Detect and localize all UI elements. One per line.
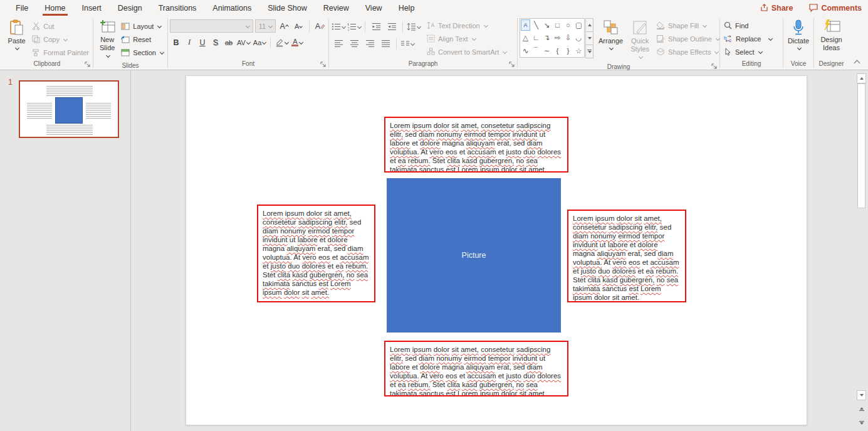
shape-gallery-item[interactable]: □	[552, 19, 563, 31]
shape-gallery-item[interactable]: ○	[563, 19, 573, 31]
chevron-down-icon	[246, 40, 251, 45]
font-dialog-launcher-icon[interactable]	[320, 61, 327, 68]
scroll-down-button[interactable]	[857, 390, 866, 400]
quick-styles-button[interactable]: Quick Styles	[628, 18, 652, 63]
justify-button[interactable]	[378, 37, 393, 50]
slide-thumbnail[interactable]	[19, 80, 119, 138]
copy-button[interactable]: Copy	[30, 33, 91, 46]
collapse-ribbon-button[interactable]	[854, 56, 859, 67]
increase-indent-button[interactable]	[384, 20, 399, 33]
italic-button[interactable]: I	[183, 36, 196, 49]
clipboard-dialog-launcher-icon[interactable]	[85, 61, 91, 68]
search-icon	[724, 21, 732, 29]
tab-review[interactable]: Review	[315, 0, 357, 16]
text-direction-button[interactable]: Text Direction	[425, 19, 508, 32]
shape-gallery-item[interactable]: ☆	[573, 45, 584, 57]
tab-insert[interactable]: Insert	[74, 0, 110, 16]
section-button[interactable]: Section	[119, 46, 165, 59]
arrange-button[interactable]: Arrange	[596, 18, 625, 51]
shape-gallery-item[interactable]: ∼	[541, 45, 552, 57]
textbox-left[interactable]: Lorem ipsum dolor sit amet, consetetur s…	[257, 205, 375, 302]
tab-slide-show[interactable]: Slide Show	[259, 0, 315, 16]
align-center-button[interactable]	[347, 37, 362, 50]
replace-button[interactable]: bc Replace	[722, 32, 774, 45]
tab-design[interactable]: Design	[110, 0, 150, 16]
underline-button[interactable]: U	[196, 36, 209, 49]
font-color-button[interactable]: A	[290, 36, 304, 49]
reset-button[interactable]: Reset	[119, 33, 165, 46]
shape-gallery-item[interactable]: }	[563, 45, 573, 57]
shapes-more-button[interactable]	[585, 45, 593, 58]
columns-button[interactable]	[400, 37, 415, 50]
align-left-button[interactable]	[331, 37, 346, 50]
picture-placeholder[interactable]: Picture	[387, 178, 561, 333]
highlight-color-button[interactable]	[274, 36, 290, 49]
shape-fill-button[interactable]: Shape Fill	[654, 19, 721, 32]
character-spacing-button[interactable]: AV	[236, 36, 251, 49]
shape-gallery-item[interactable]: {	[552, 45, 563, 57]
font-size-combobox[interactable]: 11	[255, 19, 276, 33]
bullets-button[interactable]	[331, 20, 346, 33]
slide[interactable]: Lorem ipsum dolor sit amet, consetetur s…	[186, 75, 807, 425]
tab-animations[interactable]: Animations	[204, 0, 259, 16]
shape-gallery-item[interactable]: ⌒	[531, 45, 541, 57]
layout-button[interactable]: Layout	[119, 19, 165, 33]
shrink-font-button[interactable]: A	[292, 19, 305, 33]
shapes-scroll-up-button[interactable]	[585, 18, 593, 32]
format-painter-button[interactable]: Format Painter	[30, 46, 91, 59]
tab-view[interactable]: View	[357, 0, 390, 16]
find-button[interactable]: Find	[722, 19, 774, 32]
align-right-button[interactable]	[362, 37, 377, 50]
shape-gallery-item[interactable]: ▢	[573, 19, 584, 31]
shape-gallery-item[interactable]: ↴	[541, 31, 552, 44]
font-name-combobox[interactable]	[170, 19, 253, 33]
scroll-up-button[interactable]	[857, 73, 866, 83]
chevron-down-icon	[410, 41, 415, 46]
paste-button[interactable]: Paste	[3, 18, 30, 51]
numbering-button[interactable]	[347, 20, 362, 33]
tab-home[interactable]: Home	[36, 0, 73, 16]
line-spacing-button[interactable]	[406, 20, 421, 33]
shape-gallery-item[interactable]: ∿	[520, 45, 531, 57]
shape-gallery-item[interactable]: ⇩	[563, 31, 573, 44]
convert-to-smartart-button[interactable]: Convert to SmartArt	[425, 45, 508, 58]
shapes-scroll-down-button[interactable]	[585, 31, 593, 45]
shape-gallery-item[interactable]: ∟	[531, 31, 541, 44]
textbox-top[interactable]: Lorem ipsum dolor sit amet, consetetur s…	[384, 117, 568, 173]
share-button[interactable]: Share	[760, 4, 793, 13]
thumbnail-text-right	[86, 103, 111, 119]
tab-transitions[interactable]: Transitions	[150, 0, 205, 16]
cut-button[interactable]: Cut	[30, 19, 91, 33]
shape-effects-button[interactable]: Shape Effects	[654, 45, 721, 58]
shape-gallery-item[interactable]: ╲	[531, 19, 541, 31]
dictate-button[interactable]: Dictate	[785, 18, 812, 51]
chevron-down-icon	[106, 53, 110, 58]
previous-slide-button[interactable]	[857, 404, 866, 414]
grow-font-button[interactable]: A	[278, 19, 290, 33]
change-case-button[interactable]: Aa	[252, 36, 267, 49]
vertical-scrollbar-thumb[interactable]	[857, 83, 865, 208]
bold-button[interactable]: B	[170, 36, 182, 49]
next-slide-button[interactable]	[857, 418, 866, 428]
shape-outline-button[interactable]: Shape Outline	[654, 32, 721, 45]
tab-help[interactable]: Help	[390, 0, 423, 16]
align-text-button[interactable]: Align Text	[425, 32, 508, 45]
new-slide-button[interactable]: New Slide	[95, 18, 119, 61]
strikethrough-button[interactable]: ab	[222, 36, 235, 49]
textbox-right[interactable]: Lorem ipsum dolor sit amet, consetetur s…	[567, 210, 686, 302]
design-ideas-button[interactable]: Design Ideas	[815, 18, 848, 53]
shape-gallery-item[interactable]: ⇨	[552, 31, 563, 44]
clear-formatting-button[interactable]: A	[314, 19, 327, 33]
shape-gallery-item[interactable]: A	[521, 19, 530, 31]
tab-file[interactable]: File	[8, 0, 36, 16]
shape-gallery-item[interactable]: △	[520, 31, 531, 44]
shape-gallery-item[interactable]: ↘	[541, 19, 552, 31]
paragraph-dialog-launcher-icon[interactable]	[509, 61, 515, 68]
drawing-dialog-launcher-icon[interactable]	[711, 63, 718, 70]
textbox-bottom[interactable]: Lorem ipsum dolor sit amet, consetetur s…	[384, 341, 568, 396]
shape-gallery-item[interactable]: ◡	[573, 31, 584, 44]
text-shadow-button[interactable]: S	[209, 36, 222, 49]
comments-button[interactable]: Comments	[809, 4, 862, 13]
select-button[interactable]: Select	[722, 45, 774, 58]
decrease-indent-button[interactable]	[369, 20, 384, 33]
